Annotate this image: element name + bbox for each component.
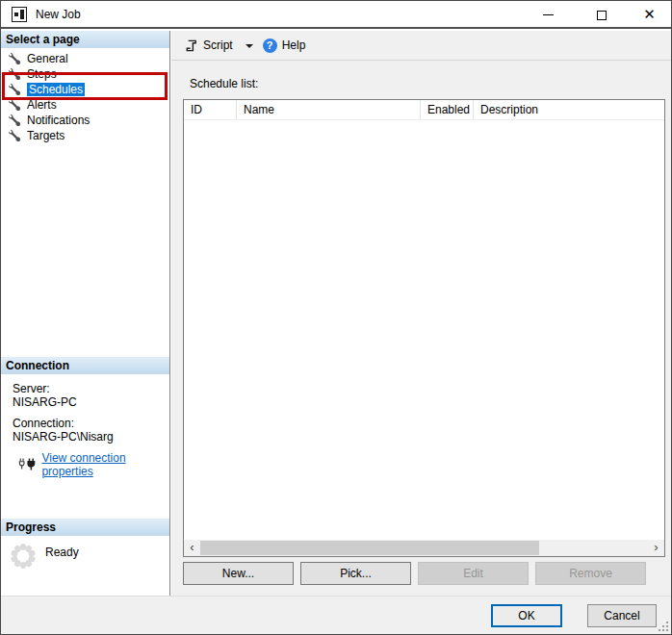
remove-button[interactable]: Remove	[535, 562, 646, 585]
help-label: Help	[282, 38, 306, 52]
schedule-list[interactable]: ID Name Enabled Description ‹ ›	[183, 99, 665, 557]
script-icon	[184, 38, 198, 53]
connection-section: Connection Server: NISARG-PC Connection:…	[1, 357, 169, 478]
schedule-action-buttons: New... Pick... Edit Remove	[183, 562, 646, 585]
progress-header: Progress	[1, 519, 169, 536]
help-button[interactable]: ? Help	[259, 34, 310, 57]
script-dropdown-arrow-icon[interactable]	[246, 44, 253, 48]
sidebar-item-label: General	[27, 52, 68, 65]
script-button[interactable]: Script	[180, 34, 237, 57]
maximize-button[interactable]	[580, 1, 623, 29]
scrollbar-thumb[interactable]	[200, 541, 539, 555]
sidebar-item-label: Steps	[27, 67, 57, 81]
close-button[interactable]: ✕	[628, 1, 671, 29]
column-header-id[interactable]: ID	[184, 100, 237, 119]
new-button[interactable]: New...	[183, 562, 294, 585]
wrench-icon	[9, 114, 20, 126]
server-value: NISARG-PC	[13, 395, 169, 409]
dialog-footer: OK Cancel	[1, 596, 671, 634]
view-connection-properties-link[interactable]: View connection properties	[41, 451, 169, 478]
connection-label: Connection:	[13, 417, 169, 430]
horizontal-scrollbar[interactable]: ‹ ›	[184, 540, 664, 556]
pick-button[interactable]: Pick...	[300, 562, 411, 585]
scroll-right-icon[interactable]: ›	[648, 540, 664, 556]
progress-spinner-icon	[11, 544, 36, 569]
toolbar: Script ? Help	[171, 31, 671, 61]
help-icon: ?	[263, 38, 277, 53]
schedule-list-label: Schedule list:	[190, 77, 258, 90]
edit-button[interactable]: Edit	[418, 562, 529, 585]
main-pane: Script ? Help Schedule list: ID Name Ena…	[171, 31, 671, 596]
close-icon: ✕	[643, 8, 656, 22]
server-label: Server:	[13, 382, 169, 395]
ok-button[interactable]: OK	[491, 604, 562, 627]
resize-grip[interactable]	[658, 621, 669, 632]
sidebar-item-targets[interactable]: Targets	[1, 128, 169, 143]
sidebar-item-label: Notifications	[27, 114, 90, 127]
schedule-list-header: ID Name Enabled Description	[184, 100, 664, 120]
connection-value: NISARG-PC\Nisarg	[13, 430, 169, 444]
sidebar-item-label: Alerts	[27, 98, 57, 112]
wrench-icon	[9, 53, 20, 64]
connection-plug-icon	[18, 458, 36, 471]
new-job-dialog: New Job ✕ Select a page General Steps Sc…	[0, 0, 672, 635]
select-a-page-header: Select a page	[1, 31, 169, 48]
schedule-list-body[interactable]	[184, 120, 664, 524]
window-icon	[12, 7, 27, 22]
sidebar-item-steps[interactable]: Steps	[1, 66, 169, 82]
wrench-icon	[9, 84, 20, 95]
page-list: General Steps Schedules Alerts Notificat…	[1, 48, 169, 143]
progress-section: Progress Ready	[1, 519, 169, 569]
wrench-icon	[9, 68, 20, 80]
minimize-button[interactable]	[527, 1, 570, 29]
column-header-description[interactable]: Description	[474, 100, 664, 119]
sidebar-item-schedules[interactable]: Schedules	[1, 82, 169, 97]
sidebar-item-label: Schedules	[27, 83, 85, 96]
scroll-left-icon[interactable]: ‹	[184, 540, 200, 556]
column-header-name[interactable]: Name	[237, 100, 421, 119]
minimize-icon	[543, 14, 554, 15]
sidebar-item-general[interactable]: General	[1, 51, 169, 66]
title-bar: New Job ✕	[1, 1, 671, 29]
window-title: New Job	[36, 8, 81, 21]
column-header-enabled[interactable]: Enabled	[421, 100, 474, 119]
maximize-icon	[597, 11, 607, 20]
wrench-icon	[9, 130, 20, 141]
script-label: Script	[203, 38, 233, 52]
sidebar-item-alerts[interactable]: Alerts	[1, 97, 169, 113]
sidebar-item-notifications[interactable]: Notifications	[1, 113, 169, 128]
wrench-icon	[9, 99, 20, 111]
cancel-button[interactable]: Cancel	[587, 604, 657, 627]
connection-header: Connection	[1, 357, 169, 374]
sidebar: Select a page General Steps Schedules Al…	[1, 31, 170, 596]
sidebar-item-label: Targets	[27, 129, 65, 142]
progress-status: Ready	[45, 546, 79, 559]
